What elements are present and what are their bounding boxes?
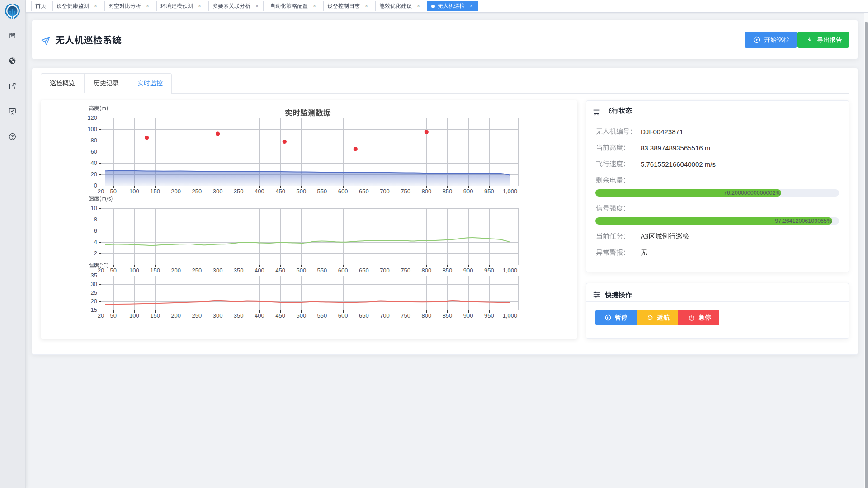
svg-text:850: 850: [443, 267, 453, 274]
svg-text:700: 700: [380, 188, 390, 195]
svg-text:15: 15: [91, 306, 97, 313]
svg-text:120: 120: [87, 114, 97, 121]
svg-text:4: 4: [94, 239, 97, 245]
svg-text:300: 300: [213, 188, 223, 195]
svg-text:500: 500: [296, 312, 306, 319]
svg-text:350: 350: [234, 267, 244, 274]
svg-text:1,000: 1,000: [503, 267, 518, 274]
svg-text:550: 550: [317, 312, 327, 319]
svg-text:20: 20: [98, 188, 104, 195]
svg-text:600: 600: [338, 312, 348, 319]
svg-text:10: 10: [91, 205, 97, 211]
svg-text:150: 150: [150, 312, 160, 319]
svg-text:650: 650: [359, 267, 369, 274]
svg-text:650: 650: [359, 188, 369, 195]
svg-text:950: 950: [484, 267, 494, 274]
svg-text:400: 400: [255, 188, 264, 195]
svg-text:0: 0: [94, 182, 97, 189]
svg-text:20: 20: [91, 171, 97, 178]
svg-text:300: 300: [213, 267, 223, 274]
svg-text:60: 60: [91, 148, 97, 155]
svg-text:350: 350: [234, 312, 244, 319]
svg-text:100: 100: [129, 312, 139, 319]
svg-text:450: 450: [275, 267, 285, 274]
svg-text:250: 250: [192, 188, 202, 195]
svg-text:100: 100: [87, 126, 97, 132]
svg-text:100: 100: [129, 267, 139, 274]
svg-text:100: 100: [129, 188, 139, 195]
svg-text:1,000: 1,000: [503, 188, 518, 195]
svg-text:500: 500: [296, 267, 306, 274]
svg-text:450: 450: [275, 312, 285, 319]
svg-text:700: 700: [380, 267, 390, 274]
svg-text:50: 50: [110, 267, 116, 274]
svg-text:850: 850: [443, 312, 453, 319]
svg-text:900: 900: [463, 188, 473, 195]
svg-text:80: 80: [91, 137, 97, 144]
svg-text:400: 400: [255, 267, 264, 274]
svg-text:1,000: 1,000: [503, 312, 518, 319]
svg-text:200: 200: [171, 188, 181, 195]
svg-text:950: 950: [484, 312, 494, 319]
svg-text:350: 350: [234, 188, 244, 195]
svg-text:550: 550: [317, 188, 327, 195]
svg-text:400: 400: [255, 312, 264, 319]
svg-text:600: 600: [338, 267, 348, 274]
svg-text:700: 700: [380, 312, 390, 319]
svg-text:6: 6: [94, 227, 97, 234]
svg-text:250: 250: [192, 312, 202, 319]
svg-text:30: 30: [91, 281, 97, 287]
svg-text:250: 250: [192, 267, 202, 274]
svg-text:25: 25: [91, 289, 97, 296]
svg-text:150: 150: [150, 188, 160, 195]
svg-text:750: 750: [401, 267, 410, 274]
svg-text:200: 200: [171, 312, 181, 319]
svg-text:900: 900: [463, 312, 473, 319]
svg-text:2: 2: [94, 250, 97, 257]
svg-text:850: 850: [443, 188, 453, 195]
svg-text:800: 800: [421, 267, 431, 274]
svg-text:300: 300: [213, 312, 223, 319]
svg-text:20: 20: [91, 298, 97, 305]
svg-text:40: 40: [91, 160, 97, 166]
svg-text:150: 150: [150, 267, 160, 274]
svg-text:35: 35: [91, 272, 97, 279]
svg-text:450: 450: [275, 188, 285, 195]
svg-text:950: 950: [484, 188, 494, 195]
svg-text:20: 20: [98, 312, 104, 319]
svg-text:800: 800: [421, 312, 431, 319]
svg-text:550: 550: [317, 267, 327, 274]
svg-text:50: 50: [110, 188, 116, 195]
svg-text:750: 750: [401, 312, 410, 319]
svg-text:800: 800: [421, 188, 431, 195]
svg-text:500: 500: [296, 188, 306, 195]
svg-text:200: 200: [171, 267, 181, 274]
svg-text:650: 650: [359, 312, 369, 319]
svg-text:8: 8: [94, 216, 97, 223]
svg-text:900: 900: [463, 267, 473, 274]
svg-text:600: 600: [338, 188, 348, 195]
svg-text:750: 750: [401, 188, 410, 195]
svg-text:50: 50: [110, 312, 116, 319]
